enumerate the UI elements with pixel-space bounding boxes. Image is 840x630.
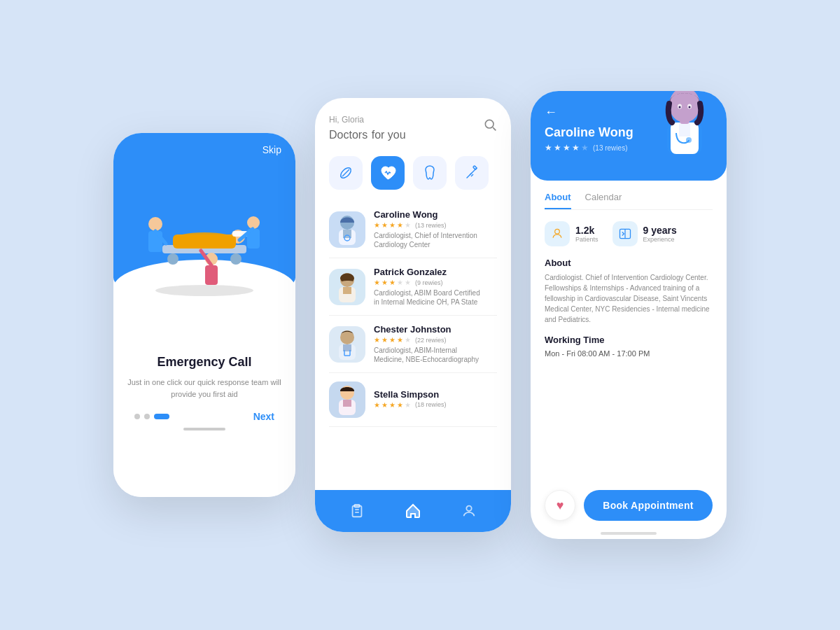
experience-info: 9 years Experience: [643, 225, 677, 243]
home-indicator: [183, 428, 225, 430]
dot-2: [144, 414, 150, 419]
category-list: [315, 150, 511, 195]
svg-point-45: [467, 506, 472, 511]
favorite-button[interactable]: ♥: [545, 490, 575, 521]
svg-line-24: [471, 174, 473, 176]
phone-doctors-list: Hi, Gloria Doctors for you: [315, 98, 511, 532]
doctor-name-2: Patrick Gonzalez: [374, 267, 480, 277]
profile-content: About Calendar 1.2k Patients: [531, 181, 727, 482]
search-icon[interactable]: [483, 118, 497, 134]
svg-point-7: [148, 217, 162, 231]
svg-point-1: [167, 253, 178, 265]
patients-count: 1.2k: [575, 225, 598, 236]
doctor-stars-2: ★ ★ ★ ★ ★ (9 rewies): [374, 279, 480, 286]
experience-label: Experience: [643, 236, 677, 243]
doctor-specialty-3: Cardiologist, ABIM-InternalMedicine, NBE…: [374, 346, 479, 364]
greeting: Hi, Gloria: [329, 115, 406, 125]
profile-footer: ♥ Book Appointment: [531, 482, 727, 532]
category-injection[interactable]: [455, 156, 489, 190]
doctor-avatar-large: [657, 91, 713, 154]
stat-experience: 9 years Experience: [612, 221, 677, 246]
patients-icon: [545, 221, 570, 246]
tab-calendar[interactable]: Calendar: [585, 192, 622, 209]
list-header: Hi, Gloria Doctors for you: [315, 98, 511, 150]
working-hours: Mon - Fri 08:00 AM - 17:00 PM: [545, 349, 713, 358]
phones-container: Skip: [113, 91, 727, 539]
doctor-stars-4: ★ ★ ★ ★ ★ (18 rewies): [374, 401, 447, 409]
patients-info: 1.2k Patients: [575, 225, 598, 243]
stat-patients: 1.2k Patients: [545, 221, 598, 246]
emergency-title: Emergency Call: [157, 355, 251, 370]
phone-emergency: Skip: [113, 133, 295, 497]
svg-point-2: [230, 253, 241, 265]
svg-line-18: [493, 127, 496, 130]
header-text: Hi, Gloria Doctors for you: [329, 115, 406, 142]
bottom-navigation: [315, 490, 511, 532]
main-heading: Doctors for you: [329, 126, 406, 142]
doctor-card-1[interactable]: Caroline Wong ★ ★ ★ ★ ★ (13 rewies) Card…: [329, 201, 497, 258]
svg-point-49: [686, 137, 692, 143]
doctor-avatar-4: [329, 382, 365, 418]
svg-point-10: [247, 216, 260, 229]
tab-about[interactable]: About: [545, 192, 571, 209]
category-pills[interactable]: [329, 156, 363, 190]
profile-header: ←: [531, 91, 727, 181]
svg-point-16: [155, 285, 253, 296]
experience-icon: [612, 221, 638, 246]
emergency-subtitle: Just in one click our quick response tea…: [127, 377, 281, 400]
doctor-name-1: Caroline Wong: [374, 209, 477, 220]
doctor-info-2: Patrick Gonzalez ★ ★ ★ ★ ★ (9 rewies) Ca…: [374, 267, 480, 307]
doctor-card-2[interactable]: Patrick Gonzalez ★ ★ ★ ★ ★ (9 rewies) Ca…: [329, 258, 497, 316]
book-appointment-button[interactable]: Book Appointment: [584, 490, 713, 521]
dots-navigation: Next: [127, 411, 281, 422]
skip-button[interactable]: Skip: [262, 144, 281, 155]
doctor-avatar-1: [329, 211, 365, 248]
doctor-specialty-1: Cardiologist, Chief of InterventionCardi…: [374, 231, 477, 249]
emergency-illustration: [134, 189, 274, 301]
svg-rect-48: [679, 122, 690, 136]
profile-tabs: About Calendar: [545, 192, 713, 210]
svg-point-51: [669, 91, 700, 122]
doctor-stars-1: ★ ★ ★ ★ ★ (13 rewies): [374, 221, 477, 229]
about-title: About: [545, 258, 713, 268]
doctor-card-3[interactable]: Chester Johnston ★ ★ ★ ★ ★ (22 rewies) C…: [329, 316, 497, 373]
next-button[interactable]: Next: [253, 411, 274, 422]
emergency-bottom: Emergency Call Just in one click our qui…: [113, 301, 295, 497]
about-description: Cardiologist. Chief of Intervention Card…: [545, 272, 713, 325]
heading-doctors: Doctors: [329, 129, 368, 141]
phone-doctor-profile: ←: [531, 91, 727, 539]
experience-value: 9 years: [643, 225, 677, 236]
heading-suffix: for you: [372, 129, 406, 141]
dot-1: [134, 414, 140, 419]
pagination-dots: [134, 414, 169, 419]
nav-clipboard[interactable]: [344, 498, 370, 524]
svg-point-54: [679, 106, 681, 108]
svg-rect-5: [173, 234, 236, 248]
category-heart[interactable]: [371, 156, 405, 190]
svg-point-56: [555, 229, 560, 234]
doctors-list: Caroline Wong ★ ★ ★ ★ ★ (13 rewies) Card…: [315, 195, 511, 490]
working-time-title: Working Time: [545, 335, 713, 345]
doctor-avatar-2: [329, 269, 365, 305]
doctor-stars-3: ★ ★ ★ ★ ★ (22 rewies): [374, 336, 479, 344]
svg-line-23: [470, 173, 472, 175]
doctor-info-4: Stella Simpson ★ ★ ★ ★ ★ (18 rewies): [374, 389, 447, 411]
doctor-specialty-2: Cardiologist, ABIM Board Certifiedin Int…: [374, 288, 480, 307]
svg-rect-40: [343, 400, 351, 407]
doctor-info-1: Caroline Wong ★ ★ ★ ★ ★ (13 rewies) Card…: [374, 209, 477, 249]
category-dental[interactable]: [413, 156, 447, 190]
doctor-name-4: Stella Simpson: [374, 389, 447, 400]
doctor-name-3: Chester Johnston: [374, 324, 479, 335]
doctor-card-4[interactable]: Stella Simpson ★ ★ ★ ★ ★ (18 rewies): [329, 373, 497, 427]
svg-point-55: [689, 106, 691, 108]
svg-rect-22: [473, 166, 477, 170]
patients-label: Patients: [575, 236, 598, 243]
nav-profile[interactable]: [456, 498, 482, 524]
svg-point-17: [485, 120, 493, 128]
stats-row: 1.2k Patients 9 years Experienc: [545, 221, 713, 246]
svg-rect-31: [343, 287, 351, 294]
dot-3-active: [154, 414, 169, 419]
nav-home[interactable]: [399, 497, 427, 525]
svg-rect-14: [205, 265, 218, 285]
home-indicator-3: [601, 532, 657, 535]
